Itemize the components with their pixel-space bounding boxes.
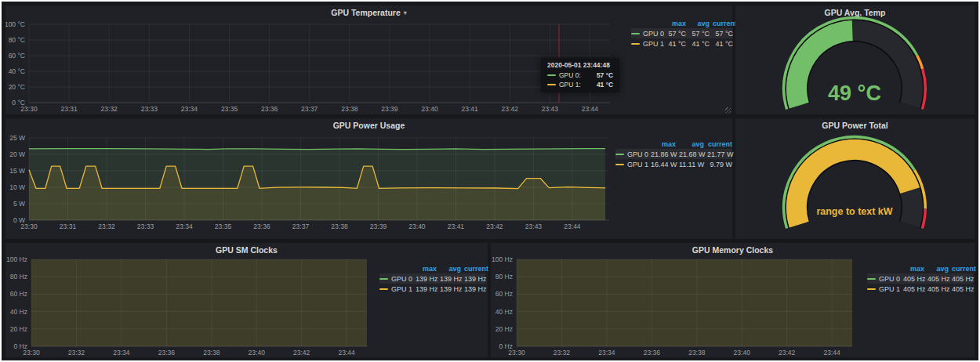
y-axis-label: 60 Hz	[10, 290, 27, 298]
gpu-memory-clocks-chart[interactable]: 0 Hz20 Hz40 Hz60 Hz80 Hz100 Hz23:3023:32…	[491, 243, 975, 357]
legend-series-row[interactable]: GPU 1405 Hz405 Hz405 Hz	[867, 284, 973, 294]
x-axis-label: 23:35	[215, 223, 232, 230]
legend-stat-value: 139 Hz	[412, 285, 437, 293]
x-axis-label: 23:32	[68, 349, 85, 357]
x-axis-label: 23:44	[564, 223, 581, 230]
legend-series-name[interactable]: GPU 0	[391, 275, 412, 283]
legend-series-name[interactable]: GPU 0	[643, 30, 664, 38]
x-axis-label: 23:33	[137, 223, 154, 230]
x-axis-label: 23:30	[508, 349, 525, 357]
gpu-power-total-gauge: range to text kW	[735, 118, 975, 239]
panel-title-gpu-sm-clocks[interactable]: GPU SM Clocks	[5, 245, 488, 255]
series-color-dash-icon	[631, 33, 640, 34]
x-axis-label: 23:35	[221, 105, 238, 113]
legend-series-name[interactable]: GPU 0	[627, 150, 648, 158]
tooltip-series-value: 57 °C	[584, 71, 613, 79]
y-axis-label: 40 Hz	[10, 308, 27, 316]
legend-series-name[interactable]: GPU 0	[879, 275, 900, 283]
legend-series-name[interactable]: GPU 1	[627, 161, 648, 168]
legend-stat-value: 9.79 W	[704, 161, 732, 168]
panel-title-gpu-power-total[interactable]: GPU Power Total	[735, 121, 975, 130]
gpu-temperature-chart[interactable]: 0 °C20 °C40 °C60 °C80 °C100 °C23:3023:31…	[5, 5, 732, 114]
tooltip-series-name: GPU 0:	[559, 71, 581, 79]
legend-header-max[interactable]: max	[648, 140, 676, 148]
legend-header-avg[interactable]: avg	[437, 265, 461, 273]
legend-series-row[interactable]: GPU 0405 Hz405 Hz405 Hz	[867, 273, 973, 284]
x-axis-label: 23:44	[582, 105, 599, 113]
panel-resize-handle[interactable]	[725, 107, 731, 113]
x-axis-label: 23:40	[734, 349, 751, 357]
legend-series-row[interactable]: GPU 021.86 W21.68 W21.77 W	[615, 149, 732, 159]
panel-title-gpu-power-usage[interactable]: GPU Power Usage	[5, 121, 732, 130]
legend-stat-value: 405 Hz	[900, 275, 924, 283]
legend-series-row[interactable]: GPU 116.44 W11.11 W9.79 W	[615, 159, 732, 169]
y-axis-label: 20 Hz	[495, 325, 513, 333]
series-color-dash-icon	[631, 43, 640, 45]
x-axis-label: 23:36	[253, 223, 270, 230]
legend-header-avg[interactable]: avg	[676, 140, 704, 148]
legend-header-current[interactable]: current	[949, 265, 973, 273]
gauge-value-text: 49 °C	[828, 81, 881, 105]
legend-header-current[interactable]: current	[461, 265, 485, 273]
panel-title-gpu-avg-temp[interactable]: GPU Avg. Temp	[735, 8, 975, 17]
panel-title-text: GPU Avg. Temp	[825, 8, 886, 17]
legend-stat-value: 57 °C	[662, 30, 686, 38]
legend-series-name[interactable]: GPU 1	[643, 40, 664, 48]
y-axis-label: 15 W	[9, 167, 25, 175]
legend-header-max[interactable]: max	[412, 265, 437, 273]
gauge-value-text: range to text kW	[816, 206, 892, 217]
legend-stat-value: 405 Hz	[900, 285, 924, 293]
legend-stat-value: 405 Hz	[924, 275, 949, 283]
legend-series-row[interactable]: GPU 0139 Hz139 Hz139 Hz	[379, 273, 485, 284]
legend-stat-value: 41 °C	[662, 40, 686, 48]
x-axis-label: 23:39	[381, 105, 398, 113]
panel-gpu-sm-clocks: GPU SM Clocks 0 Hz20 Hz40 Hz60 Hz80 Hz10…	[5, 243, 488, 357]
legend-series-row[interactable]: GPU 057 °C57 °C57 °C	[631, 28, 733, 38]
legend-header-avg[interactable]: avg	[686, 20, 710, 27]
legend-stat-value: 21.77 W	[704, 150, 732, 158]
legend-stat-value: 41 °C	[686, 40, 710, 48]
x-axis-label: 23:41	[448, 223, 465, 230]
tooltip-series-name: GPU 1:	[559, 81, 581, 89]
panel-title-gpu-memory-clocks[interactable]: GPU Memory Clocks	[491, 245, 975, 255]
x-axis-label: 23:41	[461, 105, 478, 113]
x-axis-label: 23:38	[341, 105, 358, 113]
panel-title-text: GPU Temperature	[331, 8, 401, 17]
legend-header-max[interactable]: max	[662, 20, 686, 27]
series-color-dash-icon	[867, 278, 876, 280]
panel-title-text: GPU SM Clocks	[216, 245, 278, 255]
gpu-sm-clocks-chart[interactable]: 0 Hz20 Hz40 Hz60 Hz80 Hz100 Hz23:3023:32…	[5, 243, 488, 357]
y-axis-label: 80 Hz	[10, 273, 27, 281]
gpu-power-usage-chart[interactable]: 0 W5 W10 W15 W20 W25 W23:3023:3123:3223:…	[5, 118, 732, 239]
caret-down-icon: ▾	[404, 9, 407, 16]
y-axis-label: 80 Hz	[495, 273, 513, 281]
legend-series-name[interactable]: GPU 1	[391, 285, 412, 293]
legend-series-row[interactable]: GPU 1139 Hz139 Hz139 Hz	[379, 284, 485, 294]
tooltip-timestamp: 2020-05-01 23:44:48	[547, 61, 613, 69]
tooltip-series-row: GPU 0:57 °C	[547, 71, 613, 79]
x-axis-label: 23:36	[158, 349, 176, 357]
offscale-area-fill	[517, 259, 852, 346]
x-axis-label: 23:31	[60, 223, 77, 230]
legend-series-row[interactable]: GPU 141 °C41 °C41 °C	[631, 38, 733, 49]
x-axis-label: 23:37	[301, 105, 318, 113]
x-axis-label: 23:34	[181, 105, 198, 113]
legend-header-avg[interactable]: avg	[924, 265, 949, 273]
x-axis-label: 23:43	[542, 105, 559, 113]
legend-stat-value: 139 Hz	[461, 285, 485, 293]
panel-title-gpu-temperature[interactable]: GPU Temperature▾	[5, 8, 732, 17]
chart-tooltip: 2020-05-01 23:44:48GPU 0:57 °CGPU 1:41 °…	[541, 58, 619, 92]
legend-header-max[interactable]: max	[900, 265, 924, 273]
tooltip-series-row: GPU 1:41 °C	[547, 81, 613, 89]
x-axis-label: 23:43	[525, 223, 543, 230]
legend-stat-value: 57 °C	[686, 30, 710, 38]
x-axis-label: 23:42	[486, 223, 503, 230]
legend-header-current[interactable]: current	[710, 20, 733, 27]
x-axis-label: 23:30	[20, 223, 38, 230]
x-axis-label: 23:32	[101, 105, 118, 113]
x-axis-label: 23:42	[293, 349, 310, 357]
x-axis-label: 23:38	[688, 349, 706, 357]
legend-series-name[interactable]: GPU 1	[879, 285, 900, 293]
legend-stat-value: 21.68 W	[676, 150, 704, 158]
legend-header-current[interactable]: current	[704, 140, 732, 148]
